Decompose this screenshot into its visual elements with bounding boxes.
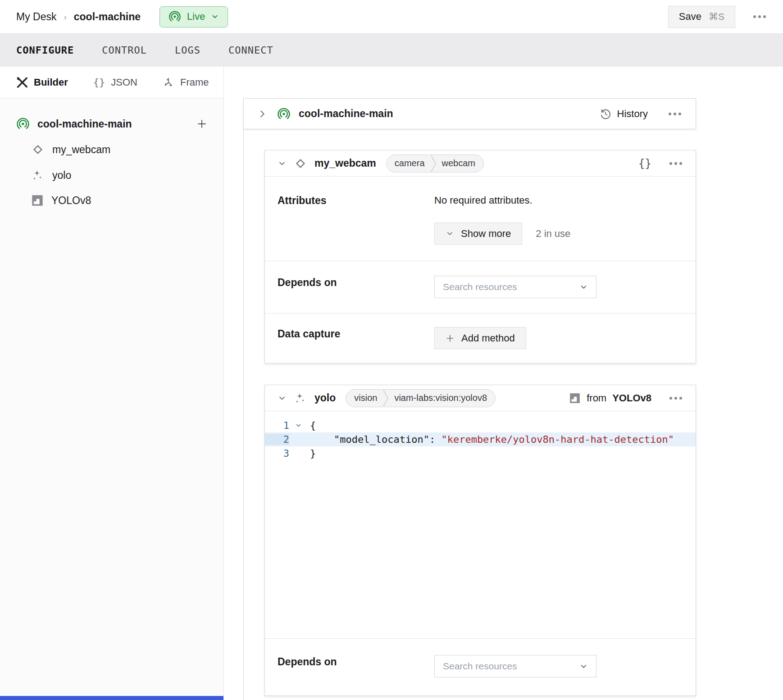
resource-tree: cool-machine-main my_webcam bbox=[0, 98, 223, 207]
tree-item-label: YOLOv8 bbox=[51, 195, 91, 207]
code-content: "model_location": "keremberke/yolov8n-ha… bbox=[307, 434, 674, 445]
view-tab-frame[interactable]: Frame bbox=[163, 77, 209, 88]
breadcrumb-machine-name: cool-machine bbox=[74, 11, 141, 23]
json-separator: : bbox=[429, 434, 442, 445]
builder-tools-icon bbox=[16, 77, 28, 88]
card-overflow-menu-icon[interactable] bbox=[669, 159, 683, 168]
save-shortcut: ⌘S bbox=[709, 11, 724, 22]
history-clock-icon bbox=[600, 108, 611, 120]
tree-root-label: cool-machine-main bbox=[37, 118, 132, 130]
config-main-area: cool-machine-main History bbox=[224, 67, 783, 700]
resource-model-label: webcam bbox=[437, 158, 483, 168]
show-more-button[interactable]: Show more bbox=[434, 223, 522, 245]
part-title: cool-machine-main bbox=[299, 108, 393, 120]
add-method-button[interactable]: Add method bbox=[434, 327, 526, 349]
json-key: "model_location" bbox=[310, 434, 429, 445]
code-line: 3 } bbox=[265, 446, 696, 460]
tree-item-yolov8-module[interactable]: YOLOv8 bbox=[16, 194, 207, 207]
resource-api-label: camera bbox=[387, 158, 430, 168]
tree-item-label: my_webcam bbox=[52, 144, 110, 156]
resource-model-label: viam-labs:vision:yolov8 bbox=[389, 393, 495, 403]
data-capture-label: Data capture bbox=[278, 327, 434, 349]
chevron-down-icon bbox=[211, 13, 219, 21]
history-button[interactable]: History bbox=[600, 108, 648, 120]
frame-axes-icon bbox=[163, 77, 174, 88]
topbar-overflow-menu-icon[interactable] bbox=[752, 13, 767, 21]
resource-card-my-webcam: my_webcam camera webcam {} Attributes bbox=[264, 150, 696, 364]
depends-on-section: Depends on Search resources bbox=[265, 638, 696, 695]
code-content: { bbox=[307, 420, 316, 431]
tree-item-my-webcam[interactable]: my_webcam bbox=[16, 143, 207, 156]
view-tab-json-label: JSON bbox=[111, 77, 137, 88]
service-sparkles-icon bbox=[31, 168, 45, 182]
machine-tab-bar: CONFIGURE CONTROL LOGS CONNECT bbox=[0, 34, 783, 67]
broadcast-icon bbox=[277, 107, 291, 121]
depends-on-select[interactable]: Search resources bbox=[434, 655, 596, 677]
collapse-card-chevron-down-icon[interactable] bbox=[278, 159, 287, 168]
edit-json-braces-icon[interactable]: {} bbox=[638, 157, 651, 170]
tab-connect[interactable]: CONNECT bbox=[228, 45, 273, 56]
attributes-in-use-count: 2 in use bbox=[536, 228, 570, 240]
add-resource-button[interactable] bbox=[196, 118, 207, 129]
machine-part-header: cool-machine-main History bbox=[243, 98, 696, 129]
line-number: 2 bbox=[265, 434, 289, 445]
depends-on-label: Depends on bbox=[278, 276, 434, 298]
chevron-down-icon bbox=[579, 662, 588, 671]
collapse-card-chevron-down-icon[interactable] bbox=[278, 394, 287, 403]
service-sparkles-icon bbox=[294, 391, 307, 405]
viam-machine-page: My Desk › cool-machine Live Save ⌘S bbox=[0, 0, 783, 700]
breadcrumb: My Desk › cool-machine bbox=[16, 11, 141, 23]
depends-on-select[interactable]: Search resources bbox=[434, 276, 596, 298]
data-capture-section: Data capture Add method bbox=[265, 313, 696, 363]
module-icon bbox=[31, 194, 44, 207]
tree-item-yolo[interactable]: yolo bbox=[16, 168, 207, 182]
save-button[interactable]: Save ⌘S bbox=[668, 6, 735, 28]
badge-divider-icon bbox=[430, 155, 437, 173]
history-label: History bbox=[617, 108, 648, 120]
part-resources-group: my_webcam camera webcam {} Attributes bbox=[243, 129, 783, 700]
resource-type-badge: vision viam-labs:vision:yolov8 bbox=[346, 389, 496, 407]
top-bar: My Desk › cool-machine Live Save ⌘S bbox=[0, 0, 783, 34]
attributes-label: Attributes bbox=[278, 194, 434, 245]
component-diamond-icon bbox=[31, 143, 45, 156]
view-tab-builder-label: Builder bbox=[34, 77, 68, 88]
attributes-empty-text: No required attributes. bbox=[434, 194, 683, 206]
tab-configure[interactable]: CONFIGURE bbox=[16, 45, 74, 56]
breadcrumb-separator-icon: › bbox=[64, 12, 66, 22]
code-content: } bbox=[307, 448, 316, 459]
config-view-tabs: Builder {} JSON Frame bbox=[0, 67, 223, 98]
code-line: 1 { bbox=[265, 418, 696, 432]
card-header: my_webcam camera webcam {} bbox=[265, 150, 696, 176]
expand-part-chevron-right-icon[interactable] bbox=[257, 109, 267, 119]
line-number: 3 bbox=[265, 448, 289, 459]
card-overflow-menu-icon[interactable] bbox=[669, 394, 683, 402]
json-braces-icon: {} bbox=[93, 77, 105, 88]
live-status-dropdown[interactable]: Live bbox=[159, 6, 228, 27]
tree-item-machine-part[interactable]: cool-machine-main bbox=[16, 117, 207, 131]
badge-divider-icon bbox=[382, 389, 389, 407]
module-icon bbox=[569, 392, 581, 404]
depends-on-placeholder: Search resources bbox=[443, 661, 517, 672]
tab-logs[interactable]: LOGS bbox=[175, 45, 200, 56]
depends-on-section: Depends on Search resources bbox=[265, 261, 696, 313]
resource-api-label: vision bbox=[346, 393, 382, 403]
broadcast-icon bbox=[16, 117, 30, 131]
from-module-indicator: from YOLOv8 bbox=[569, 392, 651, 404]
bottom-status-strip bbox=[0, 696, 223, 700]
card-header: yolo vision viam-labs:vision:yolov8 bbox=[265, 385, 696, 411]
depends-on-label: Depends on bbox=[278, 655, 434, 677]
part-overflow-menu-icon[interactable] bbox=[668, 110, 682, 118]
broadcast-icon bbox=[168, 10, 181, 23]
tree-item-label: yolo bbox=[52, 169, 71, 182]
attributes-json-editor[interactable]: 1 { 2 "model_location": "keremberke/yolo… bbox=[265, 411, 696, 638]
resource-name: yolo bbox=[314, 392, 336, 404]
chevron-down-icon bbox=[579, 283, 588, 291]
fold-chevron-down-icon[interactable] bbox=[289, 422, 307, 429]
from-module-name: YOLOv8 bbox=[612, 392, 651, 404]
view-tab-builder[interactable]: Builder bbox=[16, 77, 68, 88]
config-sidebar: Builder {} JSON Frame bbox=[0, 67, 224, 700]
live-label: Live bbox=[187, 11, 205, 23]
breadcrumb-my-desk[interactable]: My Desk bbox=[16, 11, 56, 23]
tab-control[interactable]: CONTROL bbox=[102, 45, 147, 56]
view-tab-json[interactable]: {} JSON bbox=[93, 77, 137, 88]
